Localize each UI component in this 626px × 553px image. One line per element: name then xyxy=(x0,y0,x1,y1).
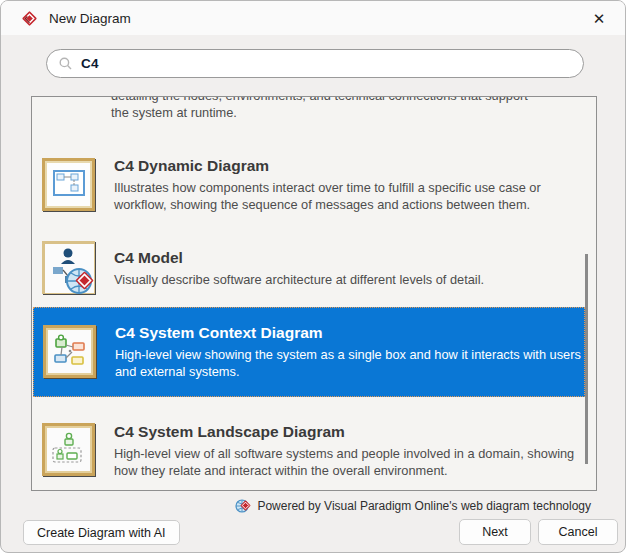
search-value: C4 xyxy=(81,56,99,71)
list-item-c4-system-context-diagram[interactable]: C4 System Context Diagram High-level vie… xyxy=(33,307,585,397)
title-bar: New Diagram ✕ xyxy=(1,1,625,35)
list-item-c4-model[interactable]: C4 Model Visually describe software arch… xyxy=(33,230,585,307)
search-input[interactable]: C4 xyxy=(46,49,584,78)
framed-blue-flow-icon xyxy=(41,157,98,214)
dialog-window: New Diagram ✕ C4 detailing the nodes, en… xyxy=(0,0,626,553)
vp-online-globe-icon xyxy=(235,498,251,514)
item-title: C4 System Context Diagram xyxy=(115,324,584,342)
next-button[interactable]: Next xyxy=(459,519,531,545)
diagram-type-list: detailing the nodes, environments, and t… xyxy=(31,96,597,491)
visual-paradigm-logo-icon xyxy=(21,10,38,27)
item-description: Visually describe software architecture … xyxy=(114,271,484,288)
search-icon xyxy=(59,57,72,70)
item-description: High-level view of all software systems … xyxy=(114,445,584,479)
framed-colored-flow-icon xyxy=(42,324,99,381)
list-scrollbar-thumb[interactable] xyxy=(585,254,588,464)
item-title: C4 System Landscape Diagram xyxy=(114,423,584,441)
item-title: C4 Dynamic Diagram xyxy=(114,157,584,175)
item-description: Illustrates how components interact over… xyxy=(114,179,584,213)
dialog-title: New Diagram xyxy=(49,11,131,26)
framed-green-landscape-icon xyxy=(41,422,98,479)
list-item-partial[interactable]: detailing the nodes, environments, and t… xyxy=(111,96,556,121)
new-diagram-dialog: New Diagram ✕ C4 detailing the nodes, en… xyxy=(0,0,626,553)
person-boxes-globe-icon xyxy=(41,240,98,297)
close-icon[interactable]: ✕ xyxy=(583,6,615,32)
cancel-button[interactable]: Cancel xyxy=(538,519,618,545)
powered-by-text: Powered by Visual Paradigm Online's web … xyxy=(257,499,591,513)
create-diagram-with-ai-button[interactable]: Create Diagram with AI xyxy=(23,520,180,545)
item-description: High-level view showing the system as a … xyxy=(115,346,584,380)
item-title: C4 Model xyxy=(114,249,484,267)
partial-description-line: the system at runtime. xyxy=(111,104,556,121)
partial-description-line: detailing the nodes, environments, and t… xyxy=(111,96,556,104)
powered-by-note: Powered by Visual Paradigm Online's web … xyxy=(235,498,591,514)
list-item-c4-system-landscape-diagram[interactable]: C4 System Landscape Diagram High-level v… xyxy=(33,409,585,491)
list-item-c4-dynamic-diagram[interactable]: C4 Dynamic Diagram Illustrates how compo… xyxy=(33,145,585,225)
